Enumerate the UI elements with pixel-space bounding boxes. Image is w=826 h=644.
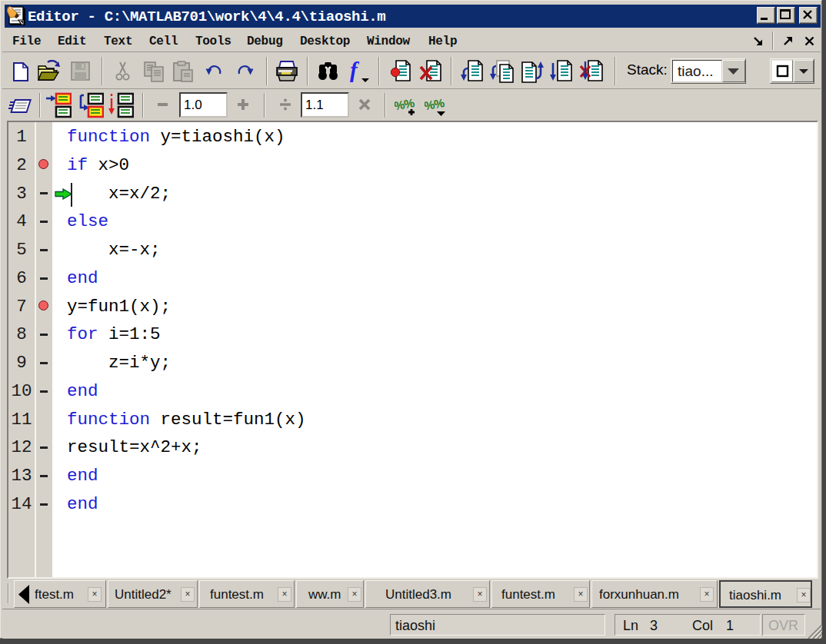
svg-text:%%: %%	[395, 96, 416, 112]
svg-text:%%: %%	[425, 96, 446, 112]
svg-text:f: f	[350, 59, 360, 82]
